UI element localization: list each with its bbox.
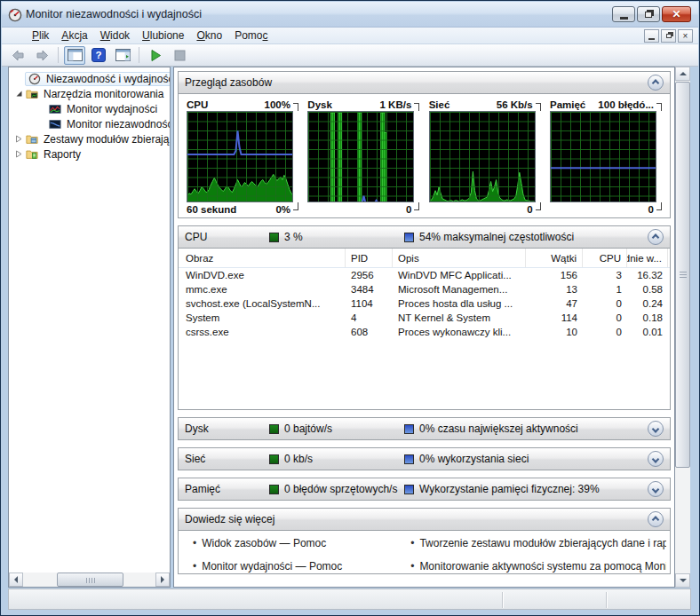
scrollbar-track[interactable] <box>23 573 155 587</box>
table-row[interactable]: csrss.exe 608 Proces wykonawczy kli... 1… <box>179 325 670 339</box>
scroll-right-button[interactable] <box>155 573 170 587</box>
overview-title: Przegląd zasobów <box>185 76 272 89</box>
link-widok-zasobow-pomoc[interactable]: •Widok zasobów — Pomoc <box>193 537 410 560</box>
scroll-up-button[interactable] <box>675 67 690 81</box>
menu-ulubione[interactable]: Ulubione <box>136 28 190 43</box>
cpu-green-label: 3 % <box>284 231 303 243</box>
link-tworzenie-zestawu[interactable]: •Tworzenie zestawu modułów zbierających … <box>410 537 666 560</box>
graph-memory: Pamięć 100 błędó... 0 <box>550 98 662 216</box>
tree-horizontal-scrollbar[interactable] <box>9 573 170 587</box>
action-pane-button[interactable] <box>112 46 133 65</box>
overview-header[interactable]: Przegląd zasobów <box>178 71 671 94</box>
column-header-obraz[interactable]: Obraz <box>180 249 346 267</box>
cpu-collapse-button[interactable] <box>648 229 664 245</box>
memory-header[interactable]: Pamięć 0 błędów sprzętowych/s Wykorzysta… <box>178 478 671 501</box>
column-header-cpu[interactable]: CPU <box>583 249 627 267</box>
table-row[interactable]: mmc.exe 3484 Microsoft Managemen... 13 1… <box>179 282 670 296</box>
main-vertical-scrollbar[interactable] <box>675 67 690 588</box>
cpu-process-table: Obraz PID Opis Wątki CPU Średnie w... Wi… <box>178 249 671 410</box>
mdi-minimize-button[interactable] <box>644 29 659 43</box>
learn-more-collapse-button[interactable] <box>648 511 664 527</box>
graph-cpu: CPU 100% 60 sekund 0% <box>187 98 298 216</box>
menu-bar: Plik Akcja Widok Ulubione Okno Pomoc × <box>2 28 698 44</box>
table-row[interactable]: svchost.exe (LocalSystemN... 1104 Proces… <box>179 296 670 311</box>
disk-graph-canvas <box>307 111 414 202</box>
graph-memory-title: Pamięć <box>550 99 585 110</box>
overview-collapse-button[interactable] <box>648 75 664 91</box>
graph-network-min: 0 <box>527 204 532 215</box>
network-graph-canvas <box>429 111 536 202</box>
cpu-title: CPU <box>185 231 269 243</box>
learn-more-header[interactable]: Dowiedz się więcej <box>178 508 671 531</box>
bullet-icon: • <box>410 560 414 573</box>
column-header-watki[interactable]: Wątki <box>526 249 583 267</box>
chevron-up-icon <box>652 79 659 86</box>
bullet-icon: • <box>193 560 196 573</box>
graph-cpu-title: CPU <box>187 99 208 110</box>
axis-tick-icon <box>293 202 298 210</box>
column-header-pid[interactable]: PID <box>346 249 393 267</box>
memory-graph-canvas <box>550 111 656 202</box>
menu-akcja[interactable]: Akcja <box>55 28 93 43</box>
bullet-icon: • <box>410 537 414 549</box>
stop-button[interactable] <box>169 46 190 65</box>
help-button[interactable]: ? <box>88 46 109 65</box>
back-button[interactable] <box>7 46 28 65</box>
tree-item-monitor-niezawodnosci[interactable]: Monitor niezawodność <box>9 116 170 131</box>
chevron-up-icon <box>652 516 659 523</box>
scroll-down-button[interactable] <box>675 573 690 588</box>
menu-plik[interactable]: Plik <box>26 28 55 43</box>
column-header-srednie[interactable]: Średnie w... <box>627 249 668 267</box>
menu-widok[interactable]: Widok <box>94 28 136 43</box>
disk-expand-button[interactable] <box>648 421 664 437</box>
mdi-restore-button[interactable] <box>661 29 676 43</box>
thumb-grip-icon <box>680 271 687 279</box>
console-tree-button[interactable] <box>64 46 85 65</box>
reliability-monitor-icon <box>48 118 62 130</box>
restore-button[interactable] <box>637 6 660 22</box>
restore-icon <box>645 12 652 18</box>
blue-legend-icon <box>404 485 414 494</box>
minimize-button[interactable] <box>612 6 635 22</box>
tree-item-monitor-wydajnosci[interactable]: Monitor wydajności <box>9 101 170 116</box>
cpu-blue-label: 54% maksymalnej częstotliwości <box>419 231 574 243</box>
disk-header[interactable]: Dysk 0 bajtów/s 0% czasu największej akt… <box>178 417 671 440</box>
memory-expand-button[interactable] <box>648 481 664 497</box>
forward-icon <box>35 49 50 62</box>
green-legend-icon <box>269 454 279 464</box>
mdi-close-button[interactable]: × <box>678 29 693 43</box>
graph-disk-max: 1 KB/s <box>380 99 412 110</box>
cpu-header[interactable]: CPU 3 % 54% maksymalnej częstotliwości <box>178 225 671 249</box>
scroll-left-button[interactable] <box>9 573 23 587</box>
tree-item-narzedzia-monitorowania[interactable]: Narzędzia monitorowania <box>9 86 170 101</box>
title-bar[interactable]: Monitor niezawodności i wydajności ✕ <box>2 2 698 28</box>
graph-network: Sieć 56 Kb/s 0 <box>429 98 541 216</box>
collapsed-triangle-icon[interactable] <box>12 135 25 143</box>
menu-okno[interactable]: Okno <box>190 28 228 43</box>
table-row[interactable]: System 4 NT Kernel & System 114 0 0.18 <box>179 311 670 325</box>
forward-button[interactable] <box>31 46 52 65</box>
scroll-up-icon <box>680 72 687 75</box>
menu-pomoc[interactable]: Pomoc <box>228 28 274 43</box>
scrollbar-thumb[interactable] <box>675 82 690 468</box>
table-row[interactable]: WinDVD.exe 2956 WinDVD MFC Applicati... … <box>179 268 670 282</box>
start-button[interactable] <box>145 46 166 65</box>
tree-item-zestawy-modulow[interactable]: Zestawy modułów zbierają <box>9 131 170 146</box>
link-monitor-wydajnosci-pomoc[interactable]: •Monitor wydajności — Pomoc <box>193 560 410 574</box>
disk-title: Dysk <box>185 423 269 435</box>
network-header[interactable]: Sieć 0 kb/s 0% wykorzystania sieci <box>178 447 671 470</box>
collapsed-triangle-icon[interactable] <box>12 150 25 158</box>
scroll-down-icon <box>680 579 687 582</box>
link-monitorowanie-aktywnosci[interactable]: •Monitorowanie aktywności systemu za pom… <box>410 560 666 574</box>
table-header-row: Obraz PID Opis Wątki CPU Średnie w... <box>179 249 670 268</box>
graph-disk-title: Dysk <box>307 99 332 110</box>
close-button[interactable]: ✕ <box>662 6 691 22</box>
statusbar-separator <box>606 592 607 608</box>
expanded-triangle-icon[interactable] <box>12 90 25 98</box>
scrollbar-thumb[interactable] <box>57 573 123 587</box>
tree-item-raporty[interactable]: Raporty <box>9 146 170 162</box>
tree-item-niezawodnosc-i-wydajnosc[interactable]: Niezawodność i wydajność <box>9 71 170 86</box>
column-header-opis[interactable]: Opis <box>393 249 526 267</box>
graph-disk-min: 0 <box>406 204 411 215</box>
network-expand-button[interactable] <box>648 451 664 467</box>
